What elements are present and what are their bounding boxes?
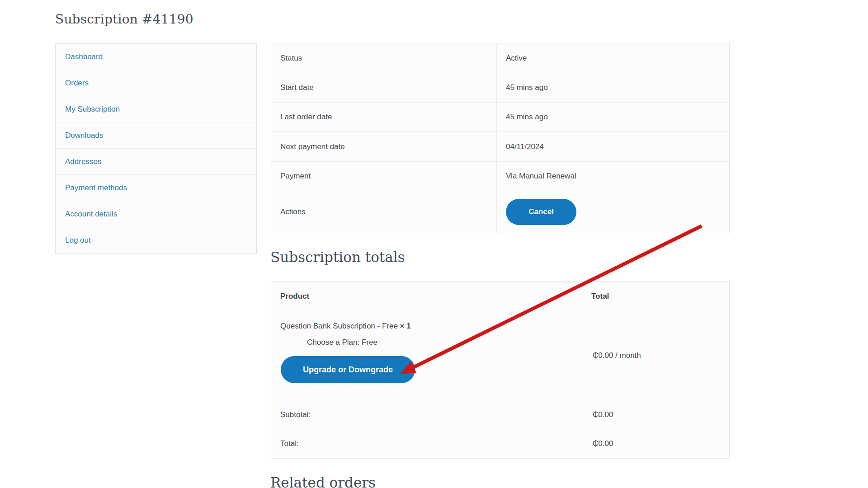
row-label: Total:	[271, 429, 582, 458]
row-label: Actions	[271, 191, 497, 233]
product-cell: Question Bank Subscription - Free × 1 Ch…	[271, 311, 582, 400]
row-value: 45 mins ago	[497, 103, 729, 131]
row-label: Subtotal:	[271, 400, 582, 429]
subscription-totals-table: Product Total Question Bank Subscription…	[271, 281, 730, 459]
row-value: Active	[497, 43, 729, 73]
sidebar-item-my-subscription[interactable]: My Subscription	[56, 96, 256, 122]
sidebar-item-account-details[interactable]: Account details	[56, 201, 256, 227]
table-row-last-order-date: Last order date 45 mins ago	[271, 103, 729, 132]
sidebar-item-addresses[interactable]: Addresses	[56, 149, 256, 175]
product-variation: Choose a Plan: Free	[280, 337, 582, 348]
row-value: 04/11/2024	[497, 132, 729, 161]
upgrade-or-downgrade-button[interactable]: Upgrade or Downgrade	[281, 356, 415, 383]
product-quantity: × 1	[400, 322, 411, 330]
totals-header-row: Product Total	[271, 282, 729, 311]
related-orders-heading: Related orders	[270, 474, 376, 488]
row-label: Start date	[271, 73, 497, 102]
row-value: 45 mins ago	[497, 73, 729, 102]
subscription-details-table: Status Active Start date 45 mins ago Las…	[271, 43, 730, 233]
row-value: Cancel	[497, 191, 729, 233]
cancel-button[interactable]: Cancel	[506, 199, 576, 225]
subtotal-row: Subtotal: ₵0.00	[271, 400, 729, 429]
row-value: ₵0.00	[582, 400, 729, 429]
page-title: Subscription #41190	[55, 12, 193, 27]
sidebar-item-dashboard[interactable]: Dashboard	[56, 44, 256, 70]
product-name-line: Question Bank Subscription - Free × 1	[280, 320, 582, 332]
subscription-totals-heading: Subscription totals	[270, 249, 405, 265]
table-row-status: Status Active	[271, 43, 729, 73]
row-label: Last order date	[271, 103, 497, 131]
account-sidebar: Dashboard Orders My Subscription Downloa…	[55, 43, 257, 254]
sidebar-item-log-out[interactable]: Log out	[56, 227, 256, 253]
row-label: Payment	[271, 162, 497, 191]
row-label: Status	[271, 43, 497, 73]
table-row-payment: Payment Via Manual Renewal	[271, 162, 729, 191]
column-header-product: Product	[271, 282, 582, 311]
column-header-total: Total	[582, 282, 729, 311]
row-value: ₵0.00	[582, 429, 729, 458]
sidebar-item-orders[interactable]: Orders	[56, 70, 256, 96]
row-label: Next payment date	[271, 132, 497, 161]
product-total-value: ₵0.00 / month	[582, 311, 729, 400]
total-row: Total: ₵0.00	[271, 429, 729, 458]
sidebar-item-downloads[interactable]: Downloads	[56, 122, 256, 149]
table-row-actions: Actions Cancel	[271, 191, 729, 233]
product-row: Question Bank Subscription - Free × 1 Ch…	[271, 311, 729, 400]
table-row-start-date: Start date 45 mins ago	[271, 73, 729, 103]
sidebar-item-payment-methods[interactable]: Payment methods	[56, 175, 256, 201]
table-row-next-payment-date: Next payment date 04/11/2024	[271, 132, 729, 162]
row-value: Via Manual Renewal	[497, 162, 729, 191]
product-name: Question Bank Subscription - Free	[280, 322, 398, 330]
